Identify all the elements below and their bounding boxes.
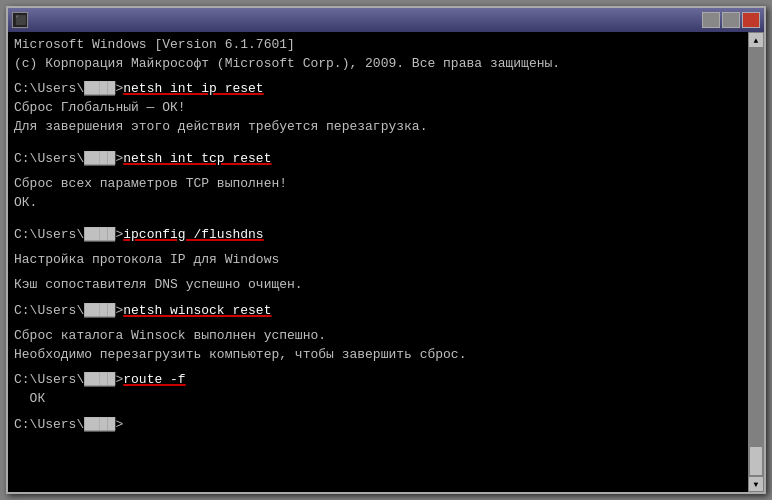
output-text: Настройка протокола IP для Windows bbox=[14, 252, 279, 267]
console-line: Microsoft Windows [Version 6.1.7601] bbox=[14, 36, 742, 55]
output-text: Сброс Глобальный — ОК! bbox=[14, 100, 186, 115]
scroll-up-button[interactable]: ▲ bbox=[748, 32, 764, 48]
prompt-text: C:\Users\ bbox=[14, 227, 84, 242]
console-line: ОК bbox=[14, 390, 742, 409]
console-line: Кэш сопоставителя DNS успешно очищен. bbox=[14, 276, 742, 295]
window-icon: ⬛ bbox=[12, 12, 28, 28]
prompt-text: C:\Users\ bbox=[14, 372, 84, 387]
cmd-window: ⬛ Microsoft Windows [Version 6.1.7601](с… bbox=[6, 6, 766, 494]
command-text: netsh int tcp reset bbox=[123, 151, 271, 166]
scroll-track bbox=[748, 48, 764, 476]
scrollbar[interactable]: ▲ ▼ bbox=[748, 32, 764, 492]
prompt-text: C:\Users\ bbox=[14, 151, 84, 166]
output-text: (с) Корпорация Майкрософт (Microsoft Cor… bbox=[14, 56, 560, 71]
scroll-down-button[interactable]: ▼ bbox=[748, 476, 764, 492]
output-text: Необходимо перезагрузить компьютер, чтоб… bbox=[14, 347, 466, 362]
output-text: Для завершения этого действия требуется … bbox=[14, 119, 427, 134]
output-text: Сброс каталога Winsock выполнен успешно. bbox=[14, 328, 326, 343]
console-content[interactable]: Microsoft Windows [Version 6.1.7601](с) … bbox=[8, 32, 748, 492]
console-line: Сброс Глобальный — ОК! bbox=[14, 99, 742, 118]
prompt-text: C:\Users\ bbox=[14, 303, 84, 318]
console-line: C:\Users\████> bbox=[14, 416, 742, 435]
scroll-thumb[interactable] bbox=[749, 446, 763, 476]
prompt-text: C:\Users\ bbox=[14, 81, 84, 96]
console-line: C:\Users\████>netsh int ip reset bbox=[14, 80, 742, 99]
minimize-button[interactable] bbox=[702, 12, 720, 28]
title-bar-left: ⬛ bbox=[12, 12, 34, 28]
console-line: Необходимо перезагрузить компьютер, чтоб… bbox=[14, 346, 742, 365]
username-text: ████ bbox=[84, 372, 115, 387]
prompt-text: C:\Users\ bbox=[14, 417, 84, 432]
command-text: netsh int ip reset bbox=[123, 81, 263, 96]
console-line: C:\Users\████>netsh winsock reset bbox=[14, 302, 742, 321]
username-text: ████ bbox=[84, 81, 115, 96]
username-text: ████ bbox=[84, 151, 115, 166]
console-area: Microsoft Windows [Version 6.1.7601](с) … bbox=[8, 32, 764, 492]
console-line: Для завершения этого действия требуется … bbox=[14, 118, 742, 137]
prompt-suffix: > bbox=[115, 417, 123, 432]
console-line: C:\Users\████>netsh int tcp reset bbox=[14, 150, 742, 169]
username-text: ████ bbox=[84, 227, 115, 242]
command-text: netsh winsock reset bbox=[123, 303, 271, 318]
output-text: Сброс всех параметров TCP выполнен! bbox=[14, 176, 287, 191]
username-text: ████ bbox=[84, 303, 115, 318]
console-line: Сброс всех параметров TCP выполнен! bbox=[14, 175, 742, 194]
console-line: Настройка протокола IP для Windows bbox=[14, 251, 742, 270]
title-bar: ⬛ bbox=[8, 8, 764, 32]
output-text: Microsoft Windows [Version 6.1.7601] bbox=[14, 37, 295, 52]
console-line: ОК. bbox=[14, 194, 742, 213]
command-text: route -f bbox=[123, 372, 185, 387]
console-line: C:\Users\████>ipconfig /flushdns bbox=[14, 226, 742, 245]
command-text: ipconfig /flushdns bbox=[123, 227, 263, 242]
output-text: Кэш сопоставителя DNS успешно очищен. bbox=[14, 277, 303, 292]
console-line: C:\Users\████>route -f bbox=[14, 371, 742, 390]
console-line: (с) Корпорация Майкрософт (Microsoft Cor… bbox=[14, 55, 742, 74]
restore-button[interactable] bbox=[722, 12, 740, 28]
title-buttons bbox=[702, 12, 760, 28]
close-button[interactable] bbox=[742, 12, 760, 28]
username-text: ████ bbox=[84, 417, 115, 432]
console-line: Сброс каталога Winsock выполнен успешно. bbox=[14, 327, 742, 346]
